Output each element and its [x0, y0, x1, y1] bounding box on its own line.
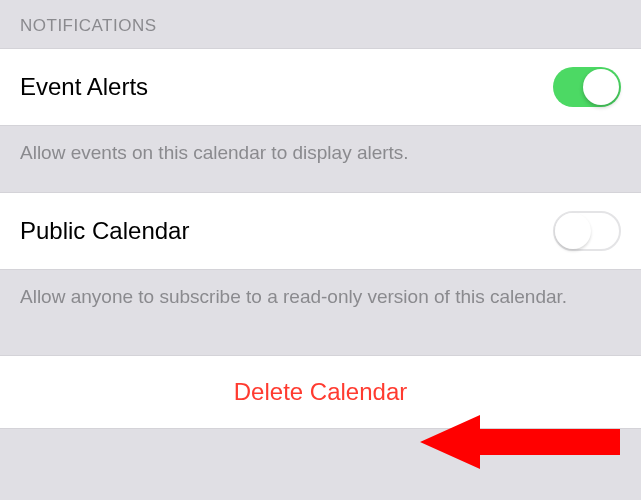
delete-calendar-label: Delete Calendar — [234, 378, 407, 405]
toggle-knob — [555, 213, 591, 249]
public-calendar-label: Public Calendar — [20, 217, 189, 245]
spacer — [0, 335, 641, 355]
notifications-section-header: NOTIFICATIONS — [0, 0, 641, 48]
toggle-knob — [583, 69, 619, 105]
event-alerts-row[interactable]: Event Alerts — [0, 48, 641, 126]
public-calendar-toggle[interactable] — [553, 211, 621, 251]
event-alerts-toggle[interactable] — [553, 67, 621, 107]
delete-calendar-button[interactable]: Delete Calendar — [0, 355, 641, 429]
public-calendar-row[interactable]: Public Calendar — [0, 192, 641, 270]
event-alerts-label: Event Alerts — [20, 73, 148, 101]
public-calendar-footer: Allow anyone to subscribe to a read-only… — [0, 270, 641, 336]
event-alerts-footer: Allow events on this calendar to display… — [0, 126, 641, 192]
